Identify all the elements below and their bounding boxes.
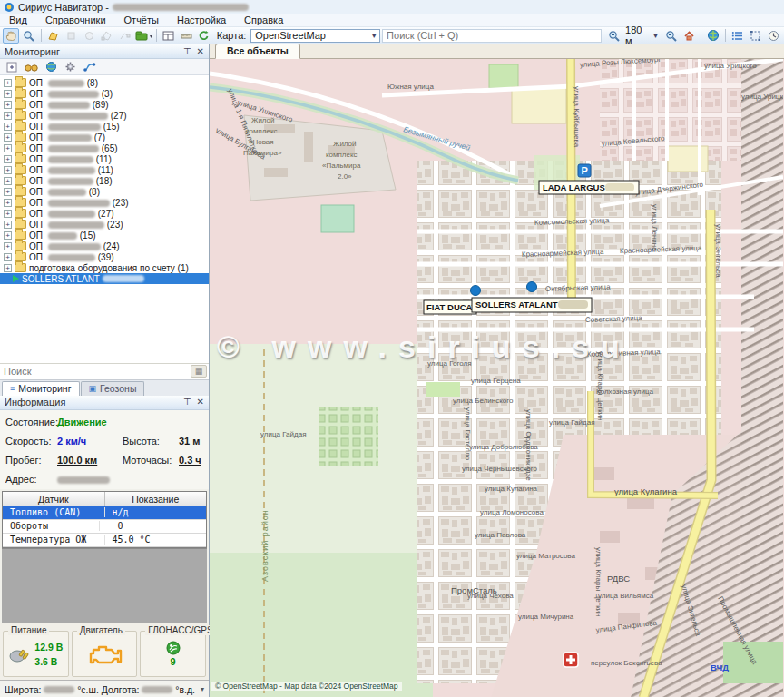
vehicle-marker-second[interactable] <box>527 282 537 292</box>
expand-icon[interactable]: + <box>4 133 12 142</box>
globe-button[interactable] <box>705 28 721 44</box>
expand-icon[interactable]: + <box>4 155 12 163</box>
polygon-button[interactable] <box>99 28 115 44</box>
expand-icon[interactable]: + <box>4 188 12 196</box>
close-icon[interactable]: ✕ <box>197 47 204 56</box>
table-view-button[interactable] <box>160 28 176 44</box>
menu-settings[interactable]: Настройка <box>168 15 235 25</box>
layers-button[interactable] <box>135 28 152 44</box>
tree-item-selected[interactable]: SOLLERS ATLANT <box>0 273 209 284</box>
expand-icon[interactable]: + <box>4 79 12 87</box>
globe-icon[interactable] <box>45 61 57 73</box>
vehicle-marker-sollers[interactable] <box>471 286 481 296</box>
map-provider-select[interactable]: OpenStreetMap ▼ <box>250 29 380 43</box>
edit-geozone-button[interactable] <box>45 28 62 44</box>
sensor-row[interactable]: Топливо (CAN) н/д <box>3 506 206 520</box>
tree-item[interactable]: +ОП (7) <box>0 132 209 142</box>
hours-value[interactable]: 0.3 ч <box>179 455 203 466</box>
svg-text:SOLLERS ATALANT: SOLLERS ATALANT <box>475 299 558 309</box>
expand-icon[interactable]: + <box>4 90 12 98</box>
menu-view[interactable]: Вид <box>0 15 36 25</box>
tree-item[interactable]: +ОП (18) <box>0 175 209 186</box>
map-scale-select[interactable]: 180 м ▼ <box>623 25 661 46</box>
tree-item[interactable]: +ОП (23) <box>0 219 209 230</box>
tree-item[interactable]: +ОП (24) <box>0 241 209 251</box>
edit-polygon-icon <box>47 30 59 42</box>
chevron-down-icon[interactable]: ▾ <box>201 685 204 693</box>
tree-item-prep[interactable]: + подготовка оборудования по счету (1) <box>0 262 209 273</box>
expand-icon[interactable]: + <box>4 264 12 272</box>
pan-tool-button[interactable] <box>3 28 19 44</box>
redacted-text <box>48 91 99 98</box>
tree-search-input[interactable] <box>2 365 191 378</box>
tree-item[interactable]: +ОП (15) <box>0 230 209 241</box>
add-circle-button[interactable] <box>81 28 97 44</box>
polyline-icon <box>119 30 131 42</box>
tab-monitoring[interactable]: ≡ Мониторинг <box>2 381 80 396</box>
expand-icon[interactable]: + <box>4 199 12 207</box>
tree-item[interactable]: +ОП (23) <box>0 197 209 208</box>
vehicle-label-sollers[interactable]: SOLLERS ATALANT <box>472 298 592 312</box>
zoom-tool-button[interactable] <box>21 28 37 44</box>
expand-icon[interactable]: + <box>4 210 12 218</box>
tab-geozones[interactable]: ▣ Геозоны <box>81 381 145 396</box>
search-options-icon[interactable]: ▦ <box>191 365 207 378</box>
mileage-value[interactable]: 100.0 км <box>57 455 122 466</box>
tree-item[interactable]: +ОП (65) <box>0 142 209 153</box>
sensor-row[interactable]: Температура ОЖ 45.0 °С <box>3 534 206 547</box>
expand-icon[interactable]: + <box>4 101 12 109</box>
tree-item[interactable]: +ОП (89) <box>0 99 209 110</box>
vehicle-label-lada[interactable]: LADA LARGUS <box>539 181 639 194</box>
pin-icon[interactable]: ⊤ <box>183 47 191 56</box>
zoom-in-icon <box>608 30 620 42</box>
tree-item-label: ОП (8) <box>29 187 100 197</box>
route-icon[interactable] <box>83 62 96 73</box>
tree-item[interactable]: +ОП (39) <box>0 251 209 262</box>
ruler-button[interactable] <box>178 28 194 44</box>
menu-reports[interactable]: Отчёты <box>115 15 168 25</box>
expand-all-icon[interactable] <box>6 62 17 73</box>
zoom-out-button[interactable] <box>662 28 679 44</box>
object-list-button[interactable] <box>730 28 746 44</box>
pin-icon[interactable]: ⊤ <box>183 398 191 407</box>
tree-item[interactable]: +ОП (27) <box>0 110 209 121</box>
refresh-button[interactable] <box>196 28 212 44</box>
expand-icon[interactable]: + <box>4 177 12 185</box>
expand-icon[interactable]: + <box>4 144 12 152</box>
tree-item[interactable]: +ОП (11) <box>0 164 209 175</box>
history-clock-button[interactable] <box>765 28 781 44</box>
map-canvas[interactable]: улица Розы ЛюксембургЮжная улицаулица Ур… <box>210 59 784 697</box>
polyline-button[interactable] <box>117 28 133 44</box>
settings-gear-icon[interactable] <box>64 61 76 73</box>
expand-icon[interactable]: + <box>4 112 12 120</box>
map-tab-all-objects[interactable]: Все объекты <box>215 44 300 59</box>
tree-item[interactable]: +ОП (15) <box>0 121 209 132</box>
home-view-button[interactable] <box>681 28 697 44</box>
add-node-button[interactable] <box>63 28 79 44</box>
power-gauge-title: Питание <box>8 625 49 635</box>
expand-icon[interactable]: + <box>4 123 12 131</box>
select-area-button[interactable] <box>747 28 763 44</box>
tree-item[interactable]: +ОП (8) <box>0 77 209 88</box>
tree-item[interactable]: +ОП (8) <box>0 186 209 197</box>
tree-item[interactable]: +ОП (3) <box>0 88 209 99</box>
tab-geozones-label: Геозоны <box>100 383 136 394</box>
zoom-in-button[interactable] <box>605 28 622 44</box>
close-icon[interactable]: ✕ <box>197 398 204 407</box>
expand-icon[interactable]: + <box>4 242 12 250</box>
menu-help[interactable]: Справка <box>235 15 292 25</box>
tree-item[interactable]: +ОП (27) <box>0 208 209 219</box>
binoculars-icon[interactable] <box>24 62 38 73</box>
folder-icon <box>15 220 26 229</box>
expand-icon[interactable]: + <box>4 166 12 174</box>
toolbar-separator <box>701 29 701 42</box>
expand-icon[interactable]: + <box>4 231 12 240</box>
sensor-row[interactable]: Обороты 0 <box>3 520 206 534</box>
global-search-input[interactable] <box>382 29 602 43</box>
menu-directories[interactable]: Справочники <box>36 15 115 25</box>
state-value: Движение <box>57 417 203 427</box>
vehicle-label-fiat[interactable]: FIAT DUCAT <box>424 300 477 314</box>
expand-icon[interactable]: + <box>4 221 12 229</box>
tree-item[interactable]: +ОП (11) <box>0 153 209 164</box>
expand-icon[interactable]: + <box>4 253 12 261</box>
